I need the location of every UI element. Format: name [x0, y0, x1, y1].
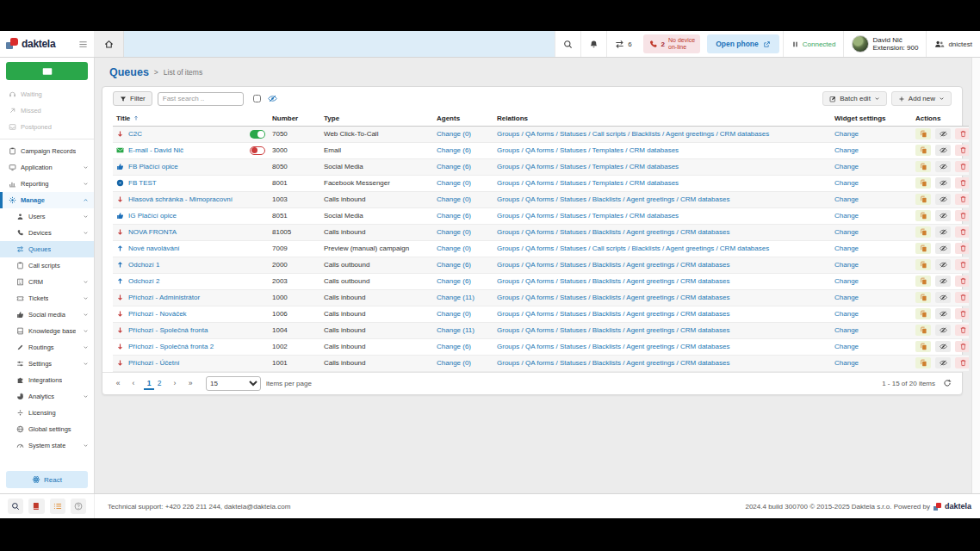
widget-settings-change-link[interactable]: Change: [834, 261, 859, 269]
relation-link[interactable]: Statuses: [560, 294, 586, 301]
agents-change-link[interactable]: Change (6): [437, 261, 471, 269]
relation-link[interactable]: Groups: [497, 310, 519, 318]
scrollbar[interactable]: [971, 58, 980, 493]
sidebar-item-call-scripts[interactable]: Call scripts: [0, 257, 94, 274]
delete-queue-button[interactable]: [955, 259, 969, 270]
relation-link[interactable]: QA forms: [525, 245, 554, 252]
delete-queue-button[interactable]: [955, 177, 969, 189]
relation-link[interactable]: Agent greetings: [626, 310, 674, 318]
deactivate-queue-button[interactable]: [935, 276, 951, 287]
delete-queue-button[interactable]: [955, 243, 969, 254]
clone-queue-button[interactable]: [915, 259, 931, 270]
deactivate-queue-button[interactable]: [935, 325, 951, 336]
relation-link[interactable]: CRM databases: [630, 212, 679, 220]
deactivate-queue-button[interactable]: [935, 128, 951, 139]
clone-queue-button[interactable]: [915, 226, 931, 238]
relation-link[interactable]: QA forms: [525, 310, 554, 318]
sidebar-item-crm[interactable]: CRM: [0, 274, 94, 290]
sidebar-item-integrations[interactable]: Integrations: [0, 372, 94, 388]
queue-title-link[interactable]: NOVA FRONTA: [128, 228, 177, 236]
relation-link[interactable]: Groups: [497, 163, 519, 170]
relation-link[interactable]: Groups: [497, 179, 519, 187]
clone-queue-button[interactable]: [915, 161, 931, 172]
relation-link[interactable]: Groups: [497, 294, 519, 301]
relation-link[interactable]: CRM databases: [680, 326, 729, 334]
connection-status[interactable]: Connected: [783, 31, 844, 57]
relation-link[interactable]: CRM databases: [680, 261, 729, 269]
sidebar-item-licensing[interactable]: Licensing: [0, 405, 94, 421]
sidebar-item-waiting[interactable]: Waiting: [0, 86, 94, 102]
deactivate-queue-button[interactable]: [935, 226, 951, 238]
relation-link[interactable]: QA forms: [525, 130, 554, 138]
deactivate-queue-button[interactable]: [935, 145, 951, 156]
clone-queue-button[interactable]: [915, 292, 931, 303]
relation-link[interactable]: CRM databases: [630, 179, 679, 187]
deactivate-queue-button[interactable]: [935, 177, 951, 189]
delete-queue-button[interactable]: [955, 308, 969, 319]
sidebar-item-application[interactable]: Application: [0, 159, 94, 176]
deactivate-queue-button[interactable]: [935, 161, 951, 172]
widget-settings-change-link[interactable]: Change: [834, 343, 859, 350]
relation-link[interactable]: Templates: [592, 146, 623, 154]
add-new-button[interactable]: Add new: [891, 91, 952, 106]
relation-link[interactable]: Agent greetings: [626, 326, 674, 334]
delete-queue-button[interactable]: [955, 210, 969, 221]
relation-link[interactable]: Blacklists: [592, 228, 621, 236]
widget-settings-change-link[interactable]: Change: [834, 179, 859, 187]
batch-edit-button[interactable]: Batch edit: [822, 91, 887, 106]
relation-link[interactable]: CRM databases: [680, 359, 729, 367]
delete-queue-button[interactable]: [955, 194, 969, 205]
relation-link[interactable]: CRM databases: [630, 163, 679, 170]
delete-queue-button[interactable]: [955, 357, 969, 368]
relation-link[interactable]: Call scripts: [592, 130, 626, 138]
relation-link[interactable]: Blacklists: [592, 343, 621, 350]
agents-change-link[interactable]: Change (0): [437, 310, 471, 318]
relation-link[interactable]: Groups: [497, 245, 519, 252]
relation-link[interactable]: Blacklists: [632, 130, 661, 138]
relation-link[interactable]: Agent greetings: [626, 277, 674, 285]
fast-search-input[interactable]: [158, 92, 244, 106]
open-phone-button[interactable]: Open phone: [707, 34, 779, 53]
sidebar-item-manage[interactable]: Manage: [0, 192, 94, 208]
relation-link[interactable]: CRM databases: [680, 277, 729, 285]
sidebar-item-routings[interactable]: Routings: [0, 339, 94, 356]
relation-link[interactable]: QA forms: [525, 195, 554, 203]
column-header-agents[interactable]: Agents: [433, 111, 493, 126]
relation-link[interactable]: Statuses: [560, 343, 586, 350]
relation-link[interactable]: Statuses: [560, 310, 586, 318]
relation-link[interactable]: Agent greetings: [666, 130, 714, 138]
sidebar-item-knowledge-base[interactable]: Knowledge base: [0, 323, 94, 339]
queue-title-link[interactable]: Příchozí - Společná fronta 2: [128, 343, 214, 350]
relation-link[interactable]: Statuses: [560, 228, 586, 236]
relation-link[interactable]: Groups: [497, 359, 519, 367]
new-email-button[interactable]: [6, 62, 88, 80]
agents-change-link[interactable]: Change (6): [437, 163, 471, 170]
relation-link[interactable]: Blacklists: [592, 326, 621, 334]
relation-link[interactable]: Blacklists: [592, 261, 621, 269]
queue-title-link[interactable]: Odchozí 1: [128, 261, 159, 269]
deactivate-queue-button[interactable]: [935, 292, 951, 303]
relation-link[interactable]: Agent greetings: [626, 343, 674, 350]
sidebar-item-queues[interactable]: Queues: [0, 241, 94, 257]
manual-button[interactable]: [28, 498, 44, 514]
sidebar-item-users[interactable]: Users: [0, 208, 94, 225]
tab-home[interactable]: [95, 31, 124, 57]
queue-title-link[interactable]: E-mail - David Nič: [128, 146, 183, 154]
show-deleted-checkbox[interactable]: [253, 95, 261, 102]
relation-link[interactable]: Templates: [592, 179, 623, 187]
relation-link[interactable]: CRM databases: [680, 228, 729, 236]
clone-queue-button[interactable]: [915, 325, 931, 336]
column-header-widget-settings[interactable]: Widget settings: [831, 111, 912, 126]
sidebar-item-social-media[interactable]: Social media: [0, 306, 94, 323]
deactivate-queue-button[interactable]: [935, 357, 951, 368]
queue-title-link[interactable]: Nové navolávání: [128, 245, 180, 252]
agents-change-link[interactable]: Change (0): [437, 228, 471, 236]
last-page-button[interactable]: »: [185, 377, 195, 390]
relation-link[interactable]: Templates: [592, 212, 623, 220]
widget-settings-change-link[interactable]: Change: [834, 310, 859, 318]
relation-link[interactable]: Groups: [497, 277, 519, 285]
queue-title-link[interactable]: FB TEST: [128, 179, 157, 187]
relation-link[interactable]: Groups: [497, 261, 519, 269]
sidebar-item-settings[interactable]: Settings: [0, 356, 94, 372]
clone-queue-button[interactable]: [915, 243, 931, 254]
